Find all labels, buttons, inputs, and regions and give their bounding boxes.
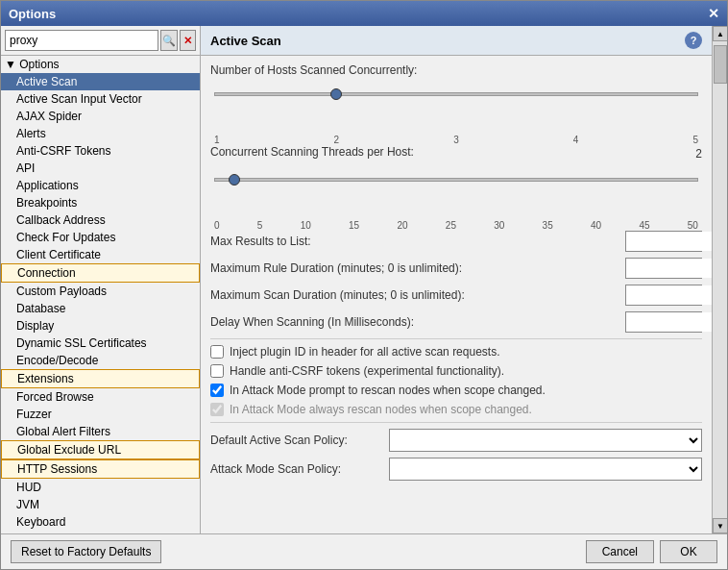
cancel-button[interactable]: Cancel xyxy=(586,540,654,563)
hosts-slider-track xyxy=(214,92,698,96)
tree-item[interactable]: Callback Address xyxy=(1,211,200,229)
tree-item[interactable]: HTTP Sessions xyxy=(1,459,200,479)
checkbox-container: Inject plugin ID in header for all activ… xyxy=(210,345,702,416)
threads-value: 2 xyxy=(695,147,702,161)
checkbox-csrf[interactable] xyxy=(210,364,224,378)
hosts-slider-ticks: 1 2 3 4 5 xyxy=(214,135,698,145)
tree-item[interactable]: Breakpoints xyxy=(1,194,200,211)
close-button[interactable]: ✕ xyxy=(708,6,719,21)
max-scan-input[interactable] xyxy=(626,285,712,305)
checkbox-row-attack_mode_always: In Attack Mode always rescan nodes when … xyxy=(210,403,702,416)
panel-title: Active Scan xyxy=(210,34,281,48)
checkbox-label-attack_mode_rescan: In Attack Mode prompt to rescan nodes wh… xyxy=(230,384,546,397)
delay-row: Delay When Scanning (In Milliseconds): ▲… xyxy=(210,311,702,333)
checkbox-attack_mode_rescan[interactable] xyxy=(210,384,224,397)
max-rule-input[interactable] xyxy=(626,259,712,278)
scroll-down-button[interactable]: ▼ xyxy=(713,518,727,533)
right-scrollbar: ▲ ▼ xyxy=(712,26,727,533)
checkbox-label-attack_mode_always: In Attack Mode always rescan nodes when … xyxy=(230,403,532,416)
checkbox-label-csrf: Handle anti-CSRF tokens (experimental fu… xyxy=(230,364,504,378)
hosts-slider-thumb[interactable] xyxy=(330,88,342,100)
options-dialog: Options ✕ 🔍 ✕ ▼ Options Active ScanActiv… xyxy=(0,0,728,570)
tree-item[interactable]: Active Scan xyxy=(1,73,200,90)
search-button[interactable]: 🔍 xyxy=(160,30,178,51)
checkbox-inject[interactable] xyxy=(210,345,224,359)
threads-slider-track xyxy=(214,178,698,182)
max-scan-label: Maximum Scan Duration (minutes; 0 is unl… xyxy=(210,288,621,302)
delay-label: Delay When Scanning (In Milliseconds): xyxy=(210,315,621,329)
tree-item[interactable]: Applications xyxy=(1,177,200,194)
max-results-label: Max Results to List: xyxy=(210,235,621,248)
divider-2 xyxy=(210,422,702,423)
tree-item[interactable]: Global Exclude URL xyxy=(1,440,200,459)
max-scan-field: ▲ ▼ xyxy=(625,285,702,306)
search-input[interactable] xyxy=(5,30,158,51)
tree-item[interactable]: Client Certificate xyxy=(1,246,200,263)
scroll-thumb-area xyxy=(713,41,727,518)
threads-slider-container xyxy=(210,178,702,216)
tree-item[interactable]: Global Alert Filters xyxy=(1,423,200,440)
clear-button[interactable]: ✕ xyxy=(180,30,197,51)
tree-item[interactable]: Database xyxy=(1,300,200,317)
tree-item[interactable]: Dynamic SSL Certificates xyxy=(1,335,200,352)
main-content: 🔍 ✕ ▼ Options Active ScanActive Scan Inp… xyxy=(1,26,727,533)
checkbox-attack_mode_always xyxy=(210,403,224,416)
reset-button[interactable]: Reset to Factory Defaults xyxy=(11,540,161,563)
tree-root[interactable]: ▼ Options xyxy=(1,56,200,73)
tree-item[interactable]: Active Scan Input Vector xyxy=(1,90,200,108)
dropdown-row-0: Default Active Scan Policy: xyxy=(210,429,702,452)
help-icon[interactable]: ? xyxy=(685,32,702,49)
scroll-thumb-bar[interactable] xyxy=(714,45,727,84)
threads-label-row: Concurrent Scanning Threads per Host: 2 xyxy=(210,145,702,162)
dropdown-select-0[interactable] xyxy=(389,429,702,452)
max-rule-label: Maximum Rule Duration (minutes; 0 is unl… xyxy=(210,261,621,275)
search-bar: 🔍 ✕ xyxy=(1,26,200,56)
max-results-field: ▲ ▼ xyxy=(625,231,702,252)
max-results-input[interactable] xyxy=(626,232,712,251)
scroll-up-button[interactable]: ▲ xyxy=(713,26,727,41)
checkbox-row-csrf: Handle anti-CSRF tokens (experimental fu… xyxy=(210,364,702,378)
checkbox-row-attack_mode_rescan: In Attack Mode prompt to rescan nodes wh… xyxy=(210,384,702,397)
ok-button[interactable]: OK xyxy=(660,540,717,563)
tree-item[interactable]: Fuzzer xyxy=(1,406,200,423)
tree-item[interactable]: Keyboard xyxy=(1,513,200,531)
hosts-label: Number of Hosts Scanned Concurrently: xyxy=(210,63,702,77)
tree-item[interactable]: Alerts xyxy=(1,125,200,142)
panel-content: Number of Hosts Scanned Concurrently: 1 … xyxy=(201,56,712,533)
max-rule-field: ▲ ▼ xyxy=(625,258,702,279)
tree-item[interactable]: Check For Updates xyxy=(1,229,200,246)
max-scan-row: Maximum Scan Duration (minutes; 0 is unl… xyxy=(210,285,702,306)
delay-field: ▲ ▼ xyxy=(625,311,702,333)
dropdown-label-1: Attack Mode Scan Policy: xyxy=(210,462,383,476)
panel-header: Active Scan ? xyxy=(201,26,712,56)
tree-item[interactable]: Extensions xyxy=(1,369,200,388)
title-bar: Options ✕ xyxy=(1,1,727,26)
tree-item[interactable]: Anti-CSRF Tokens xyxy=(1,142,200,160)
threads-slider-thumb[interactable] xyxy=(229,174,240,186)
delay-input[interactable] xyxy=(626,312,712,332)
tree-view: ▼ Options Active ScanActive Scan Input V… xyxy=(1,56,200,533)
tree-item[interactable]: AJAX Spider xyxy=(1,108,200,125)
dropdown-label-0: Default Active Scan Policy: xyxy=(210,434,383,447)
checkbox-row-inject: Inject plugin ID in header for all activ… xyxy=(210,345,702,359)
dialog-buttons: Cancel OK xyxy=(586,540,717,563)
max-rule-row: Maximum Rule Duration (minutes; 0 is unl… xyxy=(210,258,702,279)
tree-item[interactable]: Display xyxy=(1,317,200,335)
max-results-row: Max Results to List: ▲ ▼ xyxy=(210,231,702,252)
tree-item[interactable]: Encode/Decode xyxy=(1,352,200,369)
hosts-slider-container xyxy=(210,92,702,131)
right-panel: Active Scan ? Number of Hosts Scanned Co… xyxy=(201,26,712,533)
left-panel: 🔍 ✕ ▼ Options Active ScanActive Scan Inp… xyxy=(1,26,201,533)
tree-item[interactable]: Connection xyxy=(1,263,200,283)
tree-item[interactable]: Custom Payloads xyxy=(1,283,200,300)
tree-item[interactable]: API xyxy=(1,160,200,177)
threads-slider-ticks: 0 5 10 15 20 25 30 35 40 45 50 xyxy=(214,220,698,231)
dropdown-row-1: Attack Mode Scan Policy: xyxy=(210,458,702,481)
checkbox-label-inject: Inject plugin ID in header for all activ… xyxy=(230,345,499,359)
threads-label: Concurrent Scanning Threads per Host: xyxy=(210,145,414,159)
tree-item[interactable]: Forced Browse xyxy=(1,388,200,406)
bottom-bar: Reset to Factory Defaults Cancel OK xyxy=(1,533,727,569)
dropdown-select-1[interactable] xyxy=(389,458,702,481)
tree-item[interactable]: JVM xyxy=(1,496,200,513)
tree-item[interactable]: HUD xyxy=(1,479,200,496)
